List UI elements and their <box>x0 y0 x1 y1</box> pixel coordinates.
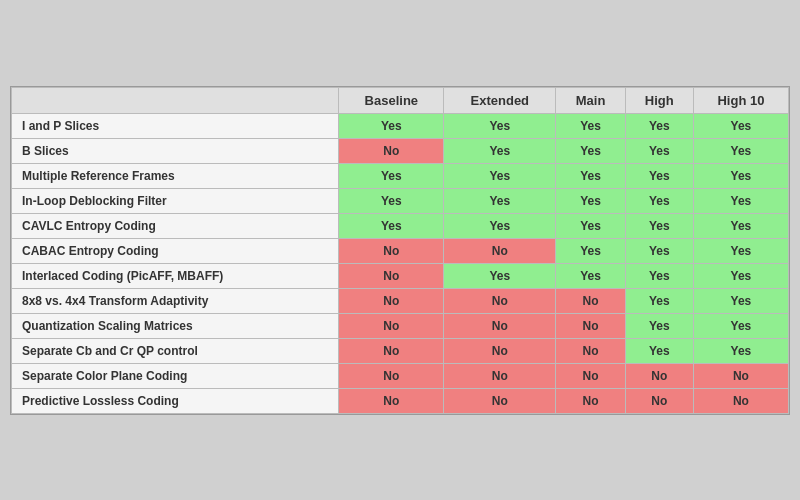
cell-main: No <box>556 288 625 313</box>
header-main: Main <box>556 87 625 113</box>
cell-high10: Yes <box>693 188 788 213</box>
table-row: 8x8 vs. 4x4 Transform AdaptivityNoNoNoYe… <box>12 288 789 313</box>
cell-main: No <box>556 388 625 413</box>
cell-extended: No <box>444 338 556 363</box>
cell-extended: Yes <box>444 188 556 213</box>
cell-baseline: Yes <box>339 188 444 213</box>
cell-main: Yes <box>556 138 625 163</box>
header-high10: High 10 <box>693 87 788 113</box>
cell-main: Yes <box>556 163 625 188</box>
cell-high10: Yes <box>693 288 788 313</box>
cell-high: Yes <box>625 288 693 313</box>
cell-high: Yes <box>625 213 693 238</box>
cell-main: Yes <box>556 213 625 238</box>
cell-high10: Yes <box>693 163 788 188</box>
feature-cell: Multiple Reference Frames <box>12 163 339 188</box>
cell-high: Yes <box>625 188 693 213</box>
cell-baseline: No <box>339 313 444 338</box>
cell-baseline: Yes <box>339 113 444 138</box>
cell-high: Yes <box>625 238 693 263</box>
table-row: In-Loop Deblocking FilterYesYesYesYesYes <box>12 188 789 213</box>
table-row: Interlaced Coding (PicAFF, MBAFF)NoYesYe… <box>12 263 789 288</box>
table-row: Multiple Reference FramesYesYesYesYesYes <box>12 163 789 188</box>
cell-main: No <box>556 363 625 388</box>
cell-main: Yes <box>556 188 625 213</box>
cell-main: Yes <box>556 238 625 263</box>
cell-extended: Yes <box>444 263 556 288</box>
cell-extended: No <box>444 388 556 413</box>
table-row: Predictive Lossless CodingNoNoNoNoNo <box>12 388 789 413</box>
feature-cell: In-Loop Deblocking Filter <box>12 188 339 213</box>
feature-cell: Separate Cb and Cr QP control <box>12 338 339 363</box>
header-baseline: Baseline <box>339 87 444 113</box>
feature-table: Baseline Extended Main High High 10 I an… <box>11 87 789 414</box>
feature-cell: CAVLC Entropy Coding <box>12 213 339 238</box>
cell-high: Yes <box>625 138 693 163</box>
cell-high10: Yes <box>693 313 788 338</box>
cell-baseline: Yes <box>339 213 444 238</box>
cell-baseline: Yes <box>339 163 444 188</box>
cell-high: Yes <box>625 113 693 138</box>
cell-main: No <box>556 313 625 338</box>
cell-main: Yes <box>556 263 625 288</box>
feature-cell: B Slices <box>12 138 339 163</box>
main-container: Baseline Extended Main High High 10 I an… <box>10 86 790 415</box>
cell-extended: No <box>444 288 556 313</box>
cell-baseline: No <box>339 288 444 313</box>
table-row: B SlicesNoYesYesYesYes <box>12 138 789 163</box>
cell-extended: Yes <box>444 163 556 188</box>
cell-high: Yes <box>625 338 693 363</box>
cell-baseline: No <box>339 363 444 388</box>
cell-extended: No <box>444 363 556 388</box>
cell-extended: Yes <box>444 113 556 138</box>
cell-high: Yes <box>625 313 693 338</box>
feature-cell: Predictive Lossless Coding <box>12 388 339 413</box>
feature-cell: I and P Slices <box>12 113 339 138</box>
cell-high10: Yes <box>693 113 788 138</box>
cell-high: Yes <box>625 263 693 288</box>
header-extended: Extended <box>444 87 556 113</box>
table-row: CABAC Entropy CodingNoNoYesYesYes <box>12 238 789 263</box>
feature-cell: Interlaced Coding (PicAFF, MBAFF) <box>12 263 339 288</box>
cell-extended: Yes <box>444 213 556 238</box>
table-row: I and P SlicesYesYesYesYesYes <box>12 113 789 138</box>
cell-high10: Yes <box>693 238 788 263</box>
cell-high: No <box>625 388 693 413</box>
feature-cell: CABAC Entropy Coding <box>12 238 339 263</box>
cell-high10: Yes <box>693 138 788 163</box>
table-row: Separate Cb and Cr QP controlNoNoNoYesYe… <box>12 338 789 363</box>
feature-cell: 8x8 vs. 4x4 Transform Adaptivity <box>12 288 339 313</box>
cell-high10: Yes <box>693 263 788 288</box>
table-header-row: Baseline Extended Main High High 10 <box>12 87 789 113</box>
cell-high10: No <box>693 388 788 413</box>
cell-baseline: No <box>339 338 444 363</box>
cell-main: No <box>556 338 625 363</box>
header-high: High <box>625 87 693 113</box>
cell-high10: Yes <box>693 213 788 238</box>
table-row: Quantization Scaling MatricesNoNoNoYesYe… <box>12 313 789 338</box>
cell-high: No <box>625 363 693 388</box>
cell-baseline: No <box>339 263 444 288</box>
cell-extended: No <box>444 313 556 338</box>
cell-extended: No <box>444 238 556 263</box>
cell-high: Yes <box>625 163 693 188</box>
cell-baseline: No <box>339 238 444 263</box>
feature-cell: Separate Color Plane Coding <box>12 363 339 388</box>
cell-baseline: No <box>339 388 444 413</box>
header-feature <box>12 87 339 113</box>
table-row: CAVLC Entropy CodingYesYesYesYesYes <box>12 213 789 238</box>
cell-baseline: No <box>339 138 444 163</box>
cell-high10: Yes <box>693 338 788 363</box>
table-body: I and P SlicesYesYesYesYesYesB SlicesNoY… <box>12 113 789 413</box>
table-row: Separate Color Plane CodingNoNoNoNoNo <box>12 363 789 388</box>
cell-main: Yes <box>556 113 625 138</box>
cell-high10: No <box>693 363 788 388</box>
cell-extended: Yes <box>444 138 556 163</box>
feature-cell: Quantization Scaling Matrices <box>12 313 339 338</box>
